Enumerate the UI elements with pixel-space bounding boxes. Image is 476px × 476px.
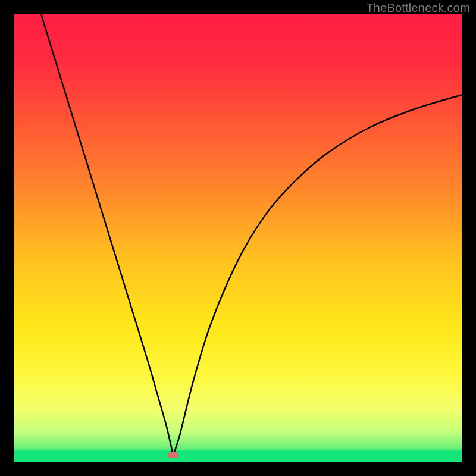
chart-frame: TheBottleneck.com bbox=[0, 0, 476, 476]
minimum-marker bbox=[168, 452, 178, 458]
plot-area bbox=[14, 14, 462, 462]
watermark-text: TheBottleneck.com bbox=[366, 1, 470, 15]
curve-layer bbox=[14, 14, 462, 462]
bottleneck-curve bbox=[41, 14, 462, 455]
